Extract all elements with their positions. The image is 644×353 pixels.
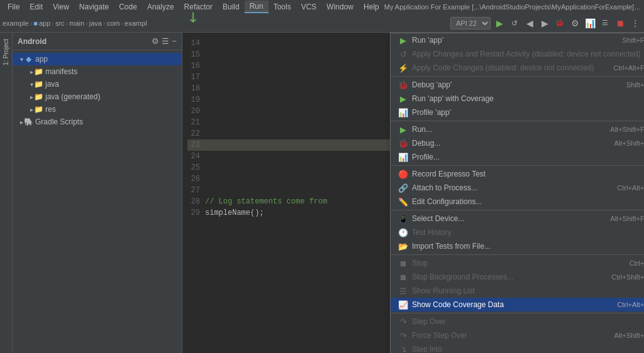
menu-debug-ellipsis[interactable]: 🐞 Debug... Alt+Shift+F9 — [391, 136, 644, 150]
breadcrumb-sep-4: › — [103, 19, 106, 27]
line-21: 21 — [187, 117, 205, 128]
panel-header: Android ⚙ ☰ − — [13, 33, 182, 50]
debug-app-shortcut: Shift+F9 — [626, 81, 644, 89]
line-23: 23 — [187, 139, 205, 151]
toolbar-reload[interactable]: ↺ — [508, 17, 521, 30]
res-icon: 📁 — [33, 104, 43, 114]
line-28: 28 — [187, 196, 205, 207]
breadcrumb: example › ■ app › src › main › java › co… — [3, 19, 147, 27]
step-over-icon: ↷ — [398, 317, 408, 327]
menu-select-device[interactable]: 📱 Select Device... Alt+Shift+F11 — [391, 212, 644, 225]
menu-help[interactable]: Help — [358, 1, 384, 13]
profile-icon: 📊 — [398, 107, 408, 117]
debug-button[interactable]: 🐞 — [553, 17, 566, 30]
tree-item-res[interactable]: ▸ 📁 res — [13, 103, 182, 116]
force-step-over-shortcut: Alt+Shift+F8 — [614, 332, 644, 339]
panel-header-icons: ⚙ ☰ − — [152, 36, 177, 46]
menu-run-coverage[interactable]: ▶ Run 'app' with Coverage — [391, 92, 644, 106]
breadcrumb-example-label: example — [3, 19, 29, 27]
breadcrumb-main[interactable]: main — [69, 19, 84, 27]
app-icon: ■ — [33, 19, 38, 27]
breadcrumb-app[interactable]: ■ app — [33, 19, 50, 27]
panel-settings-icon[interactable]: ⚙ — [152, 36, 159, 46]
menu-attach-process[interactable]: 🔗 Attach to Process... Ctrl+Alt+F5 — [391, 181, 644, 195]
menu-profile-ellipsis[interactable]: 📊 Profile... — [391, 150, 644, 164]
menu-refactor[interactable]: Refactor — [179, 1, 218, 13]
menu-vcs[interactable]: VCS — [296, 1, 322, 13]
run-button[interactable]: ▶ — [493, 17, 506, 30]
coverage-data-icon: 📈 — [398, 300, 408, 310]
toolbar-forward[interactable]: ▶ — [538, 17, 551, 30]
main-layout: 1: Project Android ⚙ ☰ − ▾ ◆ app ▸ 📁 — [0, 33, 644, 353]
project-tree: ▾ ◆ app ▸ 📁 manifests ▾ 📁 java ▸ — [13, 50, 182, 353]
tree-item-java[interactable]: ▾ 📁 java — [13, 78, 182, 90]
code-snippet: simpleName(); — [205, 207, 264, 219]
tree-item-app[interactable]: ▾ ◆ app — [13, 53, 182, 65]
profile-ellipsis-label: Profile... — [412, 153, 636, 161]
apply-restart-icon: ↺ — [398, 49, 408, 59]
profile-ellipsis-icon: 📊 — [398, 152, 408, 162]
stop-shortcut: Ctrl+F2 — [630, 259, 644, 267]
java-icon: 📁 — [33, 79, 43, 89]
breadcrumb-src[interactable]: src — [55, 19, 65, 27]
coverage-data-shortcut: Ctrl+Alt+F6 — [617, 301, 644, 308]
menu-run-app[interactable]: ▶ Run 'app' Shift+F10 — [391, 33, 644, 47]
api-selector[interactable]: API 22 — [450, 17, 491, 30]
menu-tools[interactable]: Tools — [269, 1, 296, 13]
menu-view[interactable]: View — [48, 1, 74, 13]
panel-collapse-icon[interactable]: − — [172, 36, 177, 46]
espresso-icon: 🔴 — [398, 169, 408, 179]
menu-file[interactable]: File — [3, 1, 25, 13]
breadcrumb-com[interactable]: com — [107, 19, 120, 27]
manifests-label: manifests — [45, 67, 77, 76]
breadcrumb-src-label: src — [55, 19, 65, 27]
run-app-label: Run 'app' — [412, 36, 606, 45]
toolbar-attach[interactable]: ⚙ — [569, 17, 581, 30]
run-app-icon: ▶ — [398, 35, 408, 45]
menu-navigate[interactable]: Navigate — [74, 1, 114, 13]
panel-layout-icon[interactable]: ☰ — [162, 36, 169, 46]
menu-run-ellipsis[interactable]: ▶ Run... Alt+Shift+F10 — [391, 122, 644, 136]
breadcrumb-exampl[interactable]: exampl — [125, 19, 147, 27]
menu-edit[interactable]: Edit — [25, 1, 48, 13]
toolbar: example › ■ app › src › main › java › co… — [0, 14, 644, 33]
run-coverage-label: Run 'app' with Coverage — [412, 94, 636, 103]
res-label: res — [45, 105, 56, 114]
tree-item-gradle[interactable]: ▸ 🐘 Gradle Scripts — [13, 116, 182, 128]
menu-import-tests[interactable]: 📂 Import Tests from File... — [391, 239, 644, 253]
menu-build[interactable]: Build — [218, 1, 245, 13]
menu-stop: ⏹ Stop Ctrl+F2 — [391, 256, 644, 270]
coverage-icon: ▶ — [398, 94, 408, 104]
toolbar-icons: API 22 ▶ ↺ ◀ ▶ 🐞 ⚙ 📊 ☰ ⏹ ⋮ — [450, 17, 641, 30]
breadcrumb-sep-5: › — [121, 19, 123, 27]
toolbar-profile[interactable]: 📊 — [584, 17, 596, 30]
stop-icon: ⏹ — [398, 258, 408, 268]
tree-item-manifests[interactable]: ▸ 📁 manifests — [13, 65, 182, 78]
breadcrumb-java[interactable]: java — [89, 19, 102, 27]
app-module-icon: ◆ — [23, 54, 33, 64]
menu-espresso[interactable]: 🔴 Record Espresso Test — [391, 167, 644, 181]
menu-window[interactable]: Window — [321, 1, 358, 13]
menu-edit-config[interactable]: ✏️ Edit Configurations... — [391, 195, 644, 209]
toolbar-more[interactable]: ⋮ — [629, 17, 641, 30]
menu-code[interactable]: Code — [114, 1, 142, 13]
apply-code-label: Apply Code Changes (disabled: device not… — [412, 63, 597, 72]
toolbar-back[interactable]: ◀ — [523, 17, 536, 30]
menu-run[interactable]: Run — [245, 1, 269, 13]
tree-item-java-gen[interactable]: ▸ 📁 java (generated) — [13, 90, 182, 103]
debug-app-label: Debug 'app' — [412, 80, 610, 89]
menu-profile-app[interactable]: 📊 Profile 'app' — [391, 106, 644, 119]
sep-6 — [391, 313, 644, 313]
toolbar-stop[interactable]: ⏹ — [614, 17, 626, 30]
breadcrumb-example[interactable]: example — [3, 19, 29, 27]
menu-debug-app[interactable]: 🐞 Debug 'app' Shift+F9 — [391, 78, 644, 92]
toolbar-coverage[interactable]: ☰ — [599, 17, 611, 30]
menu-analyze[interactable]: Analyze — [142, 1, 179, 13]
line-16: 16 — [187, 60, 205, 72]
stop-bg-label: Stop Background Processes... — [412, 273, 595, 281]
run-dropdown-menu[interactable]: ▶ Run 'app' Shift+F10 ↺ Apply Changes an… — [390, 33, 644, 353]
step-into-icon: ↴ — [398, 344, 408, 353]
project-tab[interactable]: 1: Project — [1, 35, 11, 69]
menu-code-coverage[interactable]: 📈 Show Code Coverage Data Ctrl+Alt+F6 — [391, 298, 644, 312]
window-title: My Application For Example [...\AndroidS… — [384, 3, 641, 11]
